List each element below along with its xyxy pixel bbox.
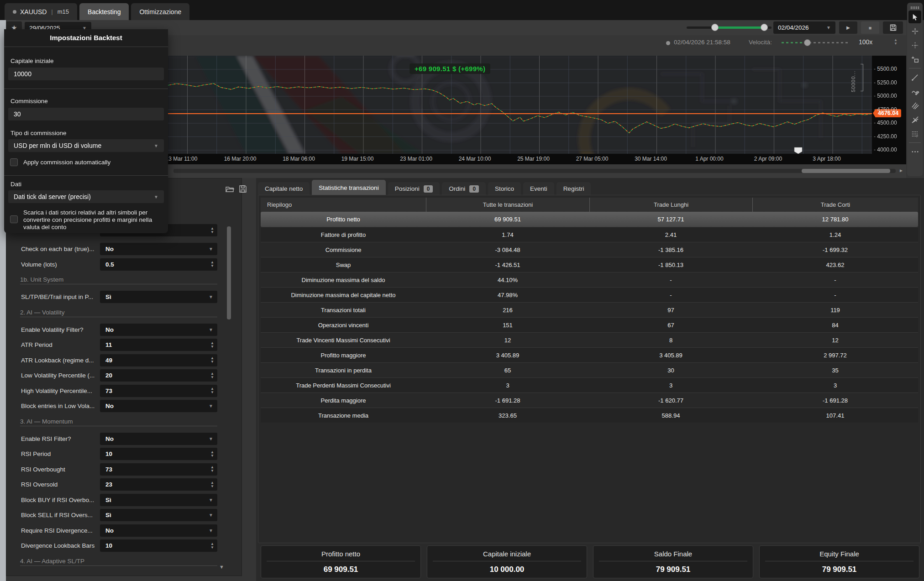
apply-commission-checkbox-row[interactable]: Apply commission automatically bbox=[10, 158, 161, 166]
table-cell: 1.24 bbox=[752, 227, 918, 242]
table-row[interactable]: Profitto maggiore3 405.893 405.892 997.7… bbox=[261, 347, 918, 362]
stepper-arrows[interactable]: ▲▼ bbox=[210, 542, 214, 550]
commission-type-dropdown[interactable]: USD per mln di USD di volume ▼ bbox=[8, 139, 164, 152]
save-report-button[interactable] bbox=[883, 21, 903, 34]
table-row[interactable]: Diminuzione massima del capitale netto47… bbox=[261, 287, 918, 302]
tab-symbol-xauusd[interactable]: XAUUSD | m15 bbox=[5, 3, 77, 20]
crosshair-dot-icon[interactable] bbox=[908, 39, 921, 52]
results-tab[interactable]: Posizioni 0 bbox=[388, 182, 440, 195]
fib-retracement-icon[interactable] bbox=[908, 127, 921, 140]
stepper-arrows[interactable]: ▲▼ bbox=[210, 466, 214, 473]
parameter-control[interactable]: No ▼ ▲▼ bbox=[100, 324, 217, 336]
checkbox-unchecked[interactable] bbox=[10, 158, 18, 166]
table-cell: 8 bbox=[589, 333, 752, 348]
chart-scrollbar[interactable] bbox=[173, 169, 896, 173]
period-range-slider[interactable] bbox=[687, 26, 772, 29]
table-row[interactable]: Trade Vincenti Massimi Consecutivi12812 bbox=[261, 332, 918, 347]
capital-input[interactable]: 10000 bbox=[8, 68, 164, 80]
range-end-handle[interactable] bbox=[761, 24, 768, 31]
speed-slider[interactable] bbox=[782, 42, 848, 43]
save-settings-icon[interactable] bbox=[238, 184, 247, 194]
stepper-arrows[interactable]: ▲▼ bbox=[210, 387, 214, 394]
table-row[interactable]: Fattore di profitto1.742.411.24 bbox=[261, 227, 918, 242]
parameter-control[interactable]: 49 ▼ ▲▼ bbox=[100, 354, 217, 366]
data-mode-dropdown[interactable]: Dati tick dal server (precisi) ▼ bbox=[8, 190, 164, 203]
parameter-control[interactable]: No ▼ ▲▼ bbox=[100, 243, 217, 255]
scroll-down-arrow[interactable]: ▼ bbox=[219, 564, 224, 570]
stepper-arrows[interactable]: ▲▼ bbox=[210, 356, 214, 364]
table-row[interactable]: Transazione media323.65588.94107.41 bbox=[261, 408, 918, 423]
stepper-arrows[interactable]: ▲▼ bbox=[210, 450, 214, 458]
summary-card-title: Equity Finale bbox=[760, 550, 919, 558]
checkbox-unchecked[interactable] bbox=[10, 215, 18, 223]
commission-input[interactable]: 30 bbox=[8, 108, 164, 120]
speed-stepper[interactable]: ▲▼ bbox=[894, 38, 898, 46]
parameter-control[interactable]: 0.5 ▼ ▲▼ bbox=[100, 258, 217, 271]
fib-channel-icon[interactable] bbox=[908, 99, 921, 112]
range-start-handle[interactable] bbox=[711, 24, 719, 31]
table-row[interactable]: Trade Perdenti Massimi Consecutivi333 bbox=[261, 377, 918, 393]
symbol-status-dot bbox=[13, 10, 16, 14]
divider bbox=[433, 561, 581, 561]
parameter-control[interactable]: 10 ▼ ▲▼ bbox=[100, 539, 217, 552]
more-icon[interactable] bbox=[908, 145, 921, 158]
table-row[interactable]: Perdita maggiore-1 691.28-1 620.77-1 691… bbox=[261, 393, 918, 408]
toolbar-divider bbox=[909, 142, 921, 143]
results-tab[interactable]: Eventi bbox=[523, 182, 554, 195]
table-row[interactable]: Operazioni vincenti1516784 bbox=[261, 317, 918, 332]
parameter-control[interactable]: No ▼ ▲▼ bbox=[100, 433, 217, 445]
results-tab[interactable]: Ordini 0 bbox=[442, 182, 486, 195]
results-tab[interactable]: Registri bbox=[556, 182, 591, 195]
tab-ottimizzazione[interactable]: Ottimizzazione bbox=[131, 3, 189, 20]
table-row[interactable]: Swap-1 426.51-1 850.13423.62 bbox=[261, 257, 918, 272]
section-label: 4. AI — Adaptive SL/TP bbox=[20, 558, 84, 565]
table-row[interactable]: Transazioni totali21697119 bbox=[261, 302, 918, 317]
table-row[interactable]: Profitto netto69 909.5157 127.7112 781.8… bbox=[261, 212, 918, 227]
table-cell: -1 385.16 bbox=[589, 242, 752, 257]
parameter-control[interactable]: 73 ▼ ▲▼ bbox=[100, 463, 217, 476]
end-date-dropdown[interactable]: 02/04/2026 ▼ bbox=[773, 21, 835, 34]
stepper-arrows[interactable]: ▲▼ bbox=[210, 481, 214, 488]
table-cell: 323.65 bbox=[426, 408, 589, 423]
table-row[interactable]: Diminuzione massima del saldo44.10%-- bbox=[261, 272, 918, 287]
parameter-control[interactable]: 10 ▼ ▲▼ bbox=[100, 448, 217, 460]
open-folder-icon[interactable] bbox=[225, 184, 234, 194]
target-square-icon[interactable] bbox=[908, 53, 921, 66]
table-row[interactable]: Commissione-3 084.48-1 385.16-1 699.32 bbox=[261, 242, 918, 257]
stepper-arrows[interactable]: ▲▼ bbox=[210, 227, 214, 234]
results-tab-label: Statistiche transazioni bbox=[319, 184, 378, 191]
stepper-arrows[interactable]: ▲▼ bbox=[210, 341, 214, 349]
tab-backtesting[interactable]: Backtesting bbox=[79, 3, 129, 20]
table-row[interactable]: Transazioni in perdita653035 bbox=[261, 362, 918, 377]
freehand-draw-icon[interactable] bbox=[908, 85, 921, 98]
stop-button[interactable]: ■ bbox=[861, 21, 879, 34]
stepper-arrows[interactable]: ▲▼ bbox=[210, 372, 214, 379]
table-cell: 3 bbox=[589, 378, 752, 393]
stepper-arrows[interactable]: ▲▼ bbox=[210, 261, 214, 268]
results-tab-label: Capitale netto bbox=[265, 185, 303, 192]
results-tab[interactable]: Capitale netto bbox=[258, 182, 310, 195]
cursor-icon[interactable] bbox=[908, 10, 921, 23]
parameter-control[interactable]: No ▼ ▲▼ bbox=[100, 400, 217, 412]
parameters-scrollbar-thumb[interactable] bbox=[227, 226, 231, 319]
parameter-control[interactable]: No ▼ ▲▼ bbox=[100, 524, 217, 537]
results-tab[interactable]: Statistiche transazioni bbox=[312, 180, 385, 195]
parameter-control[interactable]: 20 ▼ ▲▼ bbox=[100, 369, 217, 382]
parameter-control[interactable]: 23 ▼ ▲▼ bbox=[100, 478, 217, 491]
chart-scrollbar-thumb[interactable] bbox=[802, 169, 890, 173]
tab-ottimizzazione-label: Ottimizzazione bbox=[139, 8, 181, 16]
crosshair-icon[interactable] bbox=[908, 25, 921, 37]
speed-slider-handle[interactable] bbox=[804, 39, 811, 46]
parameter-control[interactable]: Sì ▼ ▲▼ bbox=[100, 509, 217, 521]
parameter-value: 23 bbox=[100, 481, 112, 488]
parameter-control[interactable]: Sì ▼ ▲▼ bbox=[100, 494, 217, 506]
play-button[interactable]: ► bbox=[839, 21, 857, 34]
parameter-control[interactable]: 11 ▼ ▲▼ bbox=[100, 339, 217, 351]
parameter-control[interactable]: 73 ▼ ▲▼ bbox=[100, 385, 217, 397]
download-history-checkbox-row[interactable]: Scarica i dati storici relativi ad altri… bbox=[10, 209, 163, 231]
results-tab[interactable]: Storico bbox=[488, 182, 521, 195]
parameter-control[interactable]: Sì ▼ ▲▼ bbox=[100, 291, 217, 303]
fib-fan-icon[interactable] bbox=[908, 113, 921, 126]
trend-line-icon[interactable] bbox=[908, 71, 921, 84]
scroll-right-arrow[interactable]: ► bbox=[899, 168, 903, 173]
